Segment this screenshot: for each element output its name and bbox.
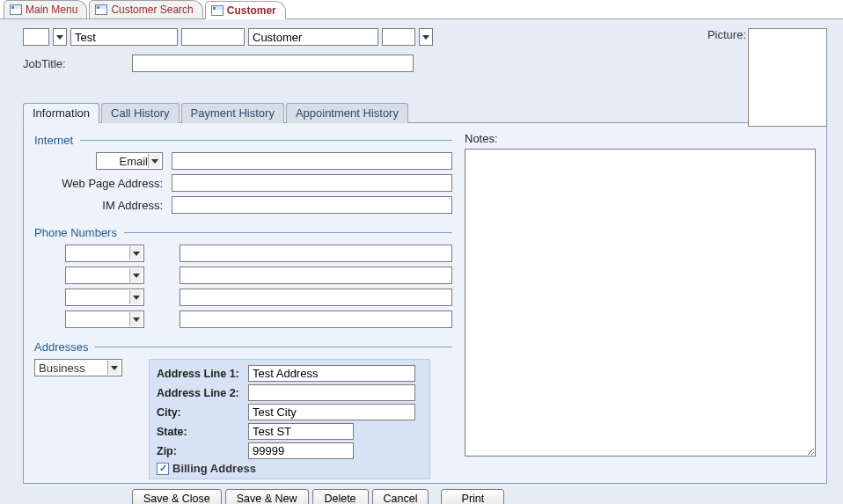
- address-box: Address Line 1: Address Line 2: City:: [149, 359, 430, 479]
- phone-input-4[interactable]: [180, 310, 452, 328]
- footer-buttons: Save & Close Save & New Delete Cancel Pr…: [132, 489, 827, 504]
- phone-type-dropdown-4[interactable]: [65, 310, 144, 328]
- addr-state-input[interactable]: [248, 423, 354, 440]
- addr-zip-input[interactable]: [248, 442, 354, 459]
- tab-panel-information: Internet Email Web Page Address:: [23, 123, 827, 484]
- phone-input-3[interactable]: [180, 289, 452, 306]
- notes-label: Notes:: [465, 132, 816, 145]
- sub-tabs: Information Call History Payment History…: [23, 102, 827, 123]
- notes-textarea[interactable]: [465, 149, 816, 457]
- email-input[interactable]: [172, 152, 452, 170]
- chevron-down-icon: [107, 361, 120, 375]
- doc-tab-label: Main Menu: [26, 4, 77, 16]
- doc-tab-customer[interactable]: Customer: [205, 1, 286, 19]
- phone-type-dropdown-1[interactable]: [65, 245, 144, 262]
- email-type-dropdown[interactable]: Email: [96, 152, 163, 170]
- group-addresses: Addresses: [34, 340, 452, 354]
- tab-call-history[interactable]: Call History: [101, 103, 179, 123]
- form-area: Picture: JobTitle: Information Call Hist…: [0, 19, 843, 504]
- prefix-input[interactable]: [23, 28, 49, 46]
- phone-type-dropdown-3[interactable]: [65, 289, 144, 306]
- print-button[interactable]: Print: [441, 489, 504, 504]
- last-name-input[interactable]: [248, 28, 378, 46]
- chevron-down-icon: [129, 246, 142, 260]
- tab-payment-history[interactable]: Payment History: [181, 103, 284, 123]
- addr-city-label: City:: [157, 406, 245, 419]
- group-internet: Internet: [34, 134, 452, 147]
- save-new-button[interactable]: Save & New: [225, 489, 309, 504]
- web-label: Web Page Address:: [34, 177, 166, 190]
- doc-tab-main-menu[interactable]: Main Menu: [4, 0, 87, 18]
- im-label: IM Address:: [34, 199, 166, 212]
- tab-appointment-history[interactable]: Appointment History: [286, 103, 408, 123]
- web-input[interactable]: [172, 174, 452, 192]
- chevron-down-icon: [148, 154, 160, 168]
- middle-name-input[interactable]: [181, 28, 245, 46]
- first-name-input[interactable]: [70, 28, 178, 46]
- suffix-input[interactable]: [382, 28, 415, 46]
- addr-zip-label: Zip:: [157, 445, 245, 457]
- addr-city-input[interactable]: [248, 404, 415, 420]
- chevron-down-icon: [129, 312, 142, 326]
- form-icon: [10, 4, 22, 15]
- addr-line2-input[interactable]: [248, 384, 415, 401]
- form-icon: [211, 5, 224, 16]
- suffix-dropdown-button[interactable]: [419, 28, 433, 46]
- picture-box[interactable]: [748, 28, 827, 127]
- save-close-button[interactable]: Save & Close: [132, 489, 222, 504]
- doc-tab-label: Customer: [227, 4, 276, 17]
- addr-line1-input[interactable]: [248, 365, 415, 382]
- delete-button[interactable]: Delete: [312, 489, 369, 504]
- chevron-down-icon: [129, 268, 142, 282]
- cancel-button[interactable]: Cancel: [372, 489, 429, 504]
- doc-tab-customer-search[interactable]: Customer Search: [89, 0, 202, 18]
- phone-input-2[interactable]: [180, 267, 452, 284]
- tab-information[interactable]: Information: [23, 103, 99, 123]
- picture-label: Picture:: [707, 28, 746, 41]
- im-input[interactable]: [172, 196, 452, 214]
- billing-checkbox[interactable]: ✓: [157, 463, 169, 475]
- group-phone: Phone Numbers: [34, 226, 452, 239]
- phone-input-1[interactable]: [180, 245, 452, 262]
- phone-type-dropdown-2[interactable]: [65, 267, 144, 284]
- jobtitle-input[interactable]: [132, 55, 414, 72]
- addr-line1-label: Address Line 1:: [157, 368, 245, 380]
- jobtitle-label: JobTitle:: [23, 57, 128, 70]
- document-tabs: Main Menu Customer Search Customer: [0, 0, 843, 19]
- addr-line2-label: Address Line 2:: [157, 387, 245, 399]
- name-row: [23, 28, 827, 46]
- doc-tab-label: Customer Search: [111, 4, 193, 16]
- form-icon: [95, 4, 107, 15]
- address-type-dropdown[interactable]: Business: [34, 359, 122, 376]
- billing-label: Billing Address: [172, 462, 256, 475]
- chevron-down-icon: [129, 290, 142, 304]
- addr-state-label: State:: [157, 426, 245, 438]
- prefix-dropdown-button[interactable]: [53, 28, 67, 46]
